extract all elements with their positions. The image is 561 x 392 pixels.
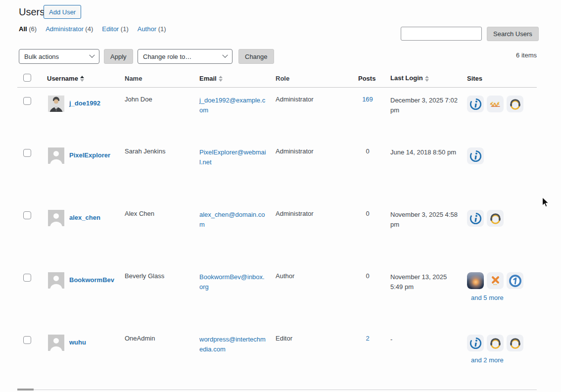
posts-count: 0 (358, 147, 377, 155)
email-link[interactable]: j_doe1992@example.com (199, 96, 268, 115)
site-favicons (467, 96, 537, 112)
email-link[interactable]: PixelExplorer@webmail.net (199, 147, 268, 167)
user-role: Editor (276, 327, 358, 342)
username-link[interactable]: alex_chen (69, 214, 100, 221)
column-header-name: Name (125, 75, 199, 82)
user-avatar (48, 335, 64, 351)
user-role: Administrator (276, 88, 358, 103)
headphones-site-icon[interactable] (507, 335, 523, 351)
select-all-checkbox[interactable] (23, 74, 31, 82)
table-row: wuhu OneAdmin wordpress@intertechmedia.c… (17, 327, 537, 389)
column-header-sites: Sites (467, 75, 537, 82)
posts-count[interactable]: 169 (358, 96, 377, 103)
site-favicons (467, 272, 537, 289)
column-header-role: Role (276, 75, 358, 82)
last-login-value: June 14, 2018 8:50 pm (390, 140, 467, 157)
select-row-checkbox[interactable] (23, 336, 31, 344)
role-filter-links: All (6) Administrator (4) Editor (1) Aut… (19, 25, 166, 33)
table-bottom-border (17, 390, 537, 390)
username-link[interactable]: wuhu (69, 339, 86, 346)
user-role: Author (276, 264, 358, 280)
change-role-select[interactable]: Change role to… (138, 49, 233, 64)
user-full-name: Beverly Glass (125, 264, 199, 280)
select-row-checkbox[interactable] (23, 274, 31, 282)
user-full-name: Alex Chen (125, 202, 199, 217)
x-logo-site-icon[interactable] (487, 272, 504, 289)
change-role-button[interactable]: Change (238, 49, 274, 64)
sort-arrows-icon (219, 76, 223, 82)
site-favicons (467, 335, 537, 351)
posts-count: 0 (358, 272, 377, 280)
user-role: Administrator (276, 202, 358, 217)
sort-arrows-icon (425, 76, 429, 82)
add-user-button[interactable]: Add User (44, 5, 81, 19)
mouse-cursor (542, 197, 550, 208)
sunset-photo-site-icon[interactable] (467, 272, 484, 289)
headphones-site-icon[interactable] (507, 96, 523, 112)
table-row: PixelExplorer Sarah Jenkins PixelExplore… (17, 140, 537, 202)
table-row: j_doe1992 John Doe j_doe1992@example.com… (17, 88, 537, 140)
username-link[interactable]: BookwormBev (69, 276, 114, 284)
last-login-value: November 3, 2025 4:58 pm (390, 202, 467, 229)
table-row: alex_chen Alex Chen alex_chen@domain.com… (17, 202, 537, 264)
users-admin-page: Users Add User All (6) Administrator (4)… (0, 0, 561, 392)
filter-editor[interactable]: Editor (1) (102, 25, 128, 33)
apply-button[interactable]: Apply (104, 49, 133, 64)
bulk-actions-select[interactable]: Bulk actions (19, 49, 99, 64)
site-favicons (467, 147, 537, 164)
user-full-name: Sarah Jenkins (125, 140, 199, 155)
info-site-icon[interactable] (467, 96, 484, 112)
user-avatar (48, 147, 64, 164)
search-users-input[interactable] (401, 27, 482, 41)
posts-count: 0 (358, 210, 377, 217)
email-link[interactable]: wordpress@intertechmedia.com (199, 335, 268, 354)
page-title: Users (19, 6, 45, 18)
users-table: Username Name Email Role Posts Last Logi… (17, 69, 537, 389)
sign-logo-site-icon[interactable] (487, 96, 504, 112)
user-avatar (48, 272, 64, 289)
one-logo-site-icon[interactable] (507, 272, 523, 289)
column-header-username[interactable]: Username (47, 75, 125, 82)
user-avatar (48, 96, 64, 112)
headphones-site-icon[interactable] (487, 335, 504, 351)
horizontal-scrollbar-thumb[interactable] (17, 389, 34, 391)
items-count: 6 items (463, 51, 537, 59)
user-role: Administrator (276, 140, 358, 155)
site-favicons (467, 210, 537, 227)
last-login-value: November 13, 2025 5:49 pm (390, 264, 467, 292)
user-full-name: John Doe (125, 88, 199, 103)
column-header-last-login[interactable]: Last Login (390, 73, 467, 83)
info-site-icon[interactable] (467, 210, 484, 227)
filter-author[interactable]: Author (1) (138, 25, 166, 33)
headphones-site-icon[interactable] (487, 210, 504, 227)
table-header-row: Username Name Email Role Posts Last Logi… (17, 69, 537, 88)
chevron-down-icon (222, 52, 228, 58)
filter-all[interactable]: All (6) (19, 25, 37, 33)
search-users-button[interactable]: Search Users (487, 27, 539, 41)
column-header-email[interactable]: Email (199, 75, 276, 82)
select-row-checkbox[interactable] (23, 149, 31, 157)
email-link[interactable]: alex_chen@domain.com (199, 210, 268, 229)
table-row: BookwormBev Beverly Glass BookwormBev@in… (17, 264, 537, 327)
filter-administrator[interactable]: Administrator (4) (46, 25, 93, 33)
email-link[interactable]: BookwormBev@inbox.org (199, 272, 268, 292)
more-sites-link[interactable]: and 5 more (471, 294, 504, 301)
info-site-icon[interactable] (467, 335, 484, 351)
column-header-posts: Posts (358, 75, 390, 82)
username-link[interactable]: PixelExplorer (69, 151, 110, 159)
user-full-name: OneAdmin (125, 327, 199, 342)
select-row-checkbox[interactable] (23, 97, 31, 105)
last-login-value: - (390, 327, 467, 344)
username-link[interactable]: j_doe1992 (69, 99, 100, 107)
chevron-down-icon (89, 52, 94, 58)
more-sites-link[interactable]: and 2 more (471, 356, 504, 364)
posts-count[interactable]: 2 (358, 335, 377, 342)
table-body: j_doe1992 John Doe j_doe1992@example.com… (17, 88, 537, 389)
info-site-icon[interactable] (467, 147, 484, 164)
sort-arrows-icon (80, 76, 84, 82)
select-row-checkbox[interactable] (23, 211, 31, 219)
user-avatar (48, 210, 64, 226)
last-login-value: December 3, 2025 7:02 pm (390, 88, 467, 115)
